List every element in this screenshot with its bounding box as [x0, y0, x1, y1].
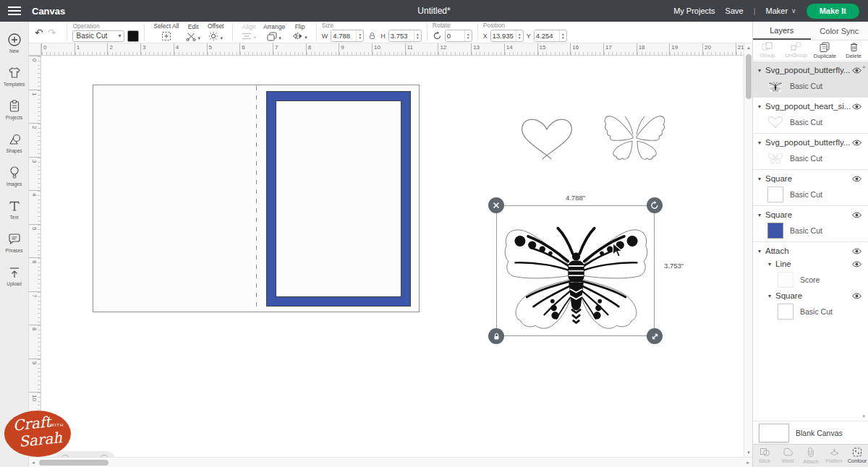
contour-button[interactable]: Contour: [846, 445, 868, 467]
edit-button[interactable]: Edit ▾: [186, 22, 200, 43]
my-projects-link[interactable]: My Projects: [673, 7, 715, 15]
eye-icon[interactable]: [852, 261, 861, 267]
layer-group-square-blue[interactable]: ▾ Square Basic Cut: [753, 206, 868, 241]
x-position-input[interactable]: [491, 30, 516, 41]
operation-select[interactable]: Basic Cut ▾: [72, 30, 124, 42]
sidebar-item-projects[interactable]: Projects: [0, 93, 29, 126]
layers-scroll-up-icon[interactable]: ▴: [862, 64, 865, 69]
canvas-artboard[interactable]: 4.788" 3.753" − 100%: [41, 56, 744, 457]
y-axis-label: Y: [527, 33, 531, 40]
layer-sublayer[interactable]: Basic Cut: [763, 302, 868, 321]
rotate-input[interactable]: [446, 30, 464, 41]
blank-canvas-swatch[interactable]: [759, 424, 789, 442]
layer-operation: Basic Cut: [790, 190, 822, 199]
eye-icon[interactable]: [852, 103, 861, 110]
sidebar-item-phrases[interactable]: Phrases: [0, 226, 29, 259]
slice-icon: [760, 447, 770, 457]
duplicate-button[interactable]: Duplicate: [811, 42, 840, 59]
width-input[interactable]: [331, 30, 356, 41]
width-stepper[interactable]: ▴▾: [356, 30, 363, 41]
scroll-right-arrow[interactable]: ▸: [744, 458, 752, 467]
x-stepper[interactable]: ▴▾: [516, 30, 523, 41]
redo-icon[interactable]: ↷: [48, 27, 56, 38]
sidebar-item-text[interactable]: Text: [0, 192, 29, 226]
group-icon: [762, 42, 773, 51]
layer-name: Attach: [765, 247, 852, 255]
layer-child-square[interactable]: ▾ Square Basic Cut: [753, 289, 868, 321]
vertical-scrollbar[interactable]: ▴ ▾: [744, 43, 752, 457]
selection-bounding-box[interactable]: [496, 205, 655, 336]
chevron-down-icon[interactable]: ▾: [758, 67, 765, 74]
layer-sublayer[interactable]: Basic Cut: [753, 149, 868, 168]
chevron-down-icon[interactable]: ▾: [768, 293, 775, 299]
eye-icon[interactable]: [852, 67, 861, 74]
chevron-down-icon[interactable]: ▾: [758, 140, 765, 146]
butterfly-image[interactable]: [498, 207, 654, 335]
templates-shirt-icon: [7, 66, 22, 80]
rotate-stepper[interactable]: ▴▾: [464, 30, 472, 41]
blank-canvas-row: Blank Canvas: [753, 421, 868, 444]
tab-layers[interactable]: Layers: [753, 22, 811, 40]
layer-sublayer[interactable]: Score: [763, 270, 868, 289]
chevron-down-icon[interactable]: ▾: [758, 248, 765, 254]
vertical-scroll-thumb[interactable]: [746, 54, 752, 99]
score-fold-line[interactable]: [256, 86, 257, 311]
eye-icon[interactable]: [852, 293, 861, 299]
tab-color-sync[interactable]: Color Sync: [811, 22, 868, 40]
eye-icon[interactable]: [852, 212, 861, 218]
sidebar-item-shapes[interactable]: Shapes: [0, 126, 29, 159]
sidebar-item-new[interactable]: New: [0, 26, 29, 59]
layers-scroll-down-icon[interactable]: ▾: [862, 414, 865, 419]
height-input[interactable]: [389, 30, 414, 41]
height-stepper[interactable]: ▴▾: [414, 30, 421, 41]
eye-icon[interactable]: [852, 176, 861, 182]
layer-group-heart[interactable]: ▾ Svg_popout_heart_si... Basic Cut: [753, 98, 868, 133]
select-all-button[interactable]: Select All: [153, 22, 179, 43]
flip-button[interactable]: Flip ▾: [292, 22, 307, 43]
scroll-left-arrow[interactable]: ◂: [29, 458, 38, 467]
align-icon: [242, 32, 252, 40]
horizontal-scrollbar[interactable]: ◂ ▸: [29, 457, 752, 467]
sidebar-item-templates[interactable]: Templates: [0, 59, 29, 93]
layer-group-butterfly-solid[interactable]: ▾ Svg_popout_butterfly... Basic Cut: [753, 61, 868, 97]
layer-child-line[interactable]: ▾ Line Score: [753, 257, 868, 289]
lock-ratio-icon[interactable]: [368, 32, 376, 40]
chevron-down-icon[interactable]: ▾: [758, 212, 765, 218]
y-position-input[interactable]: [535, 30, 559, 41]
heart-outline-shape[interactable]: [518, 116, 576, 168]
save-link[interactable]: Save: [726, 7, 744, 15]
hamburger-menu-icon[interactable]: [0, 0, 29, 22]
sidebar-item-images[interactable]: Images: [0, 159, 29, 192]
rotate-label: Rotate: [433, 22, 472, 29]
layer-group-butterfly-outline[interactable]: ▾ Svg_popout_butterfly... Basic Cut: [753, 134, 868, 169]
eye-icon[interactable]: [852, 140, 861, 146]
layer-sublayer[interactable]: Basic Cut: [753, 221, 868, 240]
new-plus-icon: [7, 33, 22, 47]
chevron-down-icon[interactable]: ▾: [768, 261, 775, 267]
undo-icon[interactable]: ↶: [35, 27, 43, 38]
layer-group-attach[interactable]: ▾ Attach ▾ Line Score: [753, 242, 868, 322]
arrange-button[interactable]: Arrange ▾: [263, 22, 285, 43]
layer-sublayer[interactable]: Basic Cut: [753, 113, 868, 132]
chevron-down-icon[interactable]: ▾: [758, 176, 765, 182]
butterfly-outline-shape[interactable]: [600, 112, 669, 167]
chevron-down-icon[interactable]: ▾: [758, 103, 765, 110]
rotate-handle[interactable]: [647, 197, 663, 213]
offset-button[interactable]: Offset ▾: [208, 22, 224, 43]
layer-sublayer[interactable]: Basic Cut: [753, 185, 868, 204]
layer-group-square-white[interactable]: ▾ Square Basic Cut: [753, 170, 868, 205]
delete-button[interactable]: Delete: [839, 42, 868, 59]
resize-handle[interactable]: [647, 328, 663, 344]
blue-frame-square[interactable]: [266, 91, 411, 307]
sidebar-item-upload[interactable]: Upload: [0, 259, 29, 292]
lock-handle[interactable]: [488, 328, 504, 344]
y-stepper[interactable]: ▴▾: [559, 30, 566, 41]
machine-selector[interactable]: Maker ∨: [766, 7, 796, 15]
horizontal-scroll-thumb[interactable]: [39, 460, 109, 466]
eye-icon[interactable]: [852, 248, 861, 254]
delete-handle[interactable]: [488, 197, 504, 213]
operation-color-swatch[interactable]: [127, 30, 139, 42]
make-it-button[interactable]: Make It: [807, 4, 859, 19]
layer-sublayer[interactable]: Basic Cut: [753, 77, 868, 95]
ruler-corner: [29, 43, 41, 56]
